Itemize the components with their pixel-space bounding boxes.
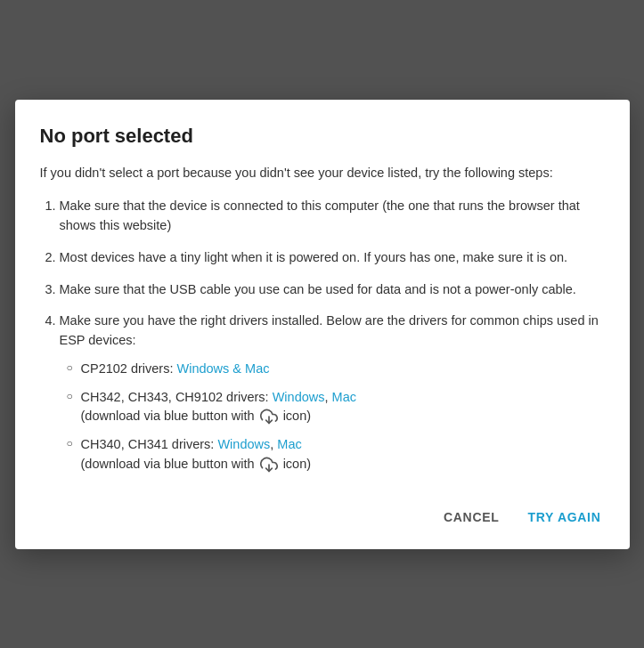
cp2102-prefix: CP2102 drivers: — [81, 361, 177, 376]
ch340-suffix-end: icon) — [283, 457, 311, 471]
ch342-suffix: (download via blue button with — [81, 409, 258, 423]
cp2102-windows-mac-link[interactable]: Windows & Mac — [177, 361, 270, 376]
ch340-windows-link[interactable]: Windows — [217, 437, 270, 451]
ch342-suffix-end: icon) — [283, 409, 311, 423]
step-2: Most devices have a tiny light when it i… — [60, 248, 605, 268]
driver-cp2102: CP2102 drivers: Windows & Mac — [67, 360, 605, 379]
cloud-download-icon-1 — [260, 408, 278, 425]
steps-list: Make sure that the device is connected t… — [40, 197, 605, 474]
ch342-mac-link[interactable]: Mac — [332, 390, 356, 404]
step-4: Make sure you have the right drivers ins… — [60, 312, 605, 474]
dialog-intro: If you didn't select a port because you … — [40, 164, 605, 183]
ch340-suffix: (download via blue button with — [81, 457, 258, 471]
dialog-actions: CANCEL TRY AGAIN — [40, 496, 605, 531]
driver-ch340: CH340, CH341 drivers: Windows, Mac (down… — [67, 435, 605, 474]
backdrop: No port selected If you didn't select a … — [0, 0, 644, 648]
ch340-mac-link[interactable]: Mac — [277, 437, 301, 451]
dialog: No port selected If you didn't select a … — [15, 100, 630, 549]
ch342-windows-link[interactable]: Windows — [273, 390, 325, 404]
ch342-prefix: CH342, CH343, CH9102 drivers: — [81, 390, 273, 404]
try-again-button[interactable]: TRY AGAIN — [524, 503, 604, 531]
step-4-text: Make sure you have the right drivers ins… — [60, 313, 599, 347]
step-1: Make sure that the device is connected t… — [60, 197, 605, 236]
cloud-download-icon-2 — [260, 456, 278, 474]
driver-ch342: CH342, CH343, CH9102 drivers: Windows, M… — [67, 388, 605, 427]
dialog-title: No port selected — [40, 125, 605, 148]
cancel-button[interactable]: CANCEL — [440, 503, 503, 531]
drivers-list: CP2102 drivers: Windows & Mac CH342, CH3… — [60, 360, 605, 474]
step-3: Make sure that the USB cable you use can… — [60, 280, 605, 300]
ch340-prefix: CH340, CH341 drivers: — [81, 437, 218, 451]
